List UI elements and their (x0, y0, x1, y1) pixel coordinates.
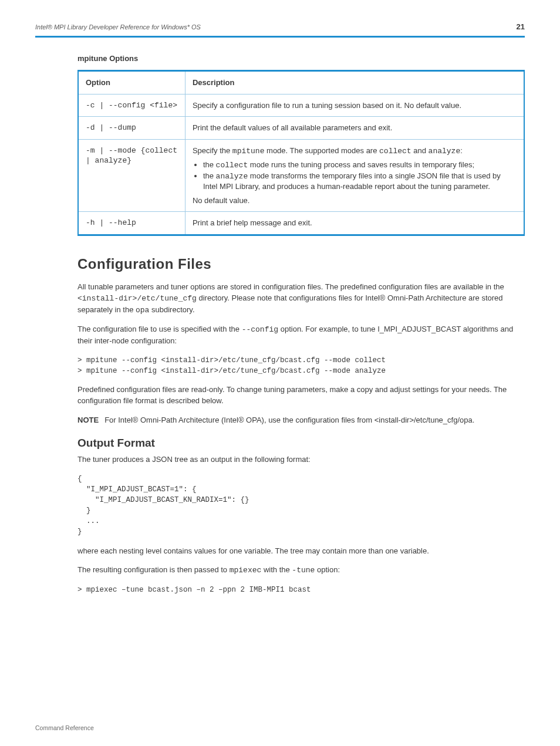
footer-text: Command Reference (35, 724, 525, 731)
option-cell: -m | --mode {collect | analyze} (78, 139, 185, 212)
table-caption: mpitune Options (77, 54, 525, 63)
table-row: -m | --mode {collect | analyze} Specify … (78, 139, 524, 212)
table-row: -c | --config <file> Specify a configura… (78, 94, 524, 117)
description-cell: Print a brief help message and exit. (185, 212, 524, 235)
option-text: -h | --help (86, 218, 136, 227)
description-cell: Specify the mpitune mode. The supported … (185, 139, 524, 212)
table-caption-strong: mpitune Options (77, 54, 138, 63)
section-heading-config-files: Configuration Files (77, 256, 525, 275)
note-block: NOTE For Intel® Omni-Path Architecture (… (77, 415, 525, 426)
option-text: -d | --dump (86, 123, 136, 132)
code-block: > mpitune --config <install-dir>/etc/tun… (77, 355, 525, 376)
note-text: For Intel® Omni-Path Architecture (Intel… (104, 415, 474, 426)
body-paragraph: The resulting configuration is then pass… (77, 565, 525, 576)
body-paragraph: Predefined configuration files are read-… (77, 384, 525, 407)
option-text: -m | --mode {collect | analyze} (86, 146, 177, 166)
body-paragraph: The configuration file to use is specifi… (77, 324, 525, 347)
option-text: -c | --config <file> (86, 101, 177, 110)
table-row: -h | --help Print a brief help message a… (78, 212, 524, 235)
table-header-row: Option Description (78, 71, 524, 94)
option-cell: -c | --config <file> (78, 94, 185, 117)
code-block: > mpiexec –tune bcast.json –n 2 –ppn 2 I… (77, 585, 525, 595)
body-paragraph: All tunable parameters and tuner options… (77, 282, 525, 316)
page-header: Intel® MPI Library Developer Reference f… (35, 22, 525, 36)
table-col-option: Option (78, 71, 185, 94)
option-cell: -d | --dump (78, 117, 185, 140)
header-title: Intel® MPI Library Developer Reference f… (35, 23, 201, 31)
description-cell: Print the default values of all availabl… (185, 117, 524, 140)
body-paragraph: where each nesting level contains values… (77, 546, 525, 557)
description-cell: Specify a configuration file to run a tu… (185, 94, 524, 117)
note-label: NOTE (77, 415, 99, 426)
options-table: Option Description -c | --config <file> … (77, 70, 525, 236)
header-page-number: 21 (517, 22, 525, 31)
code-block: { "I_MPI_ADJUST_BCAST=1": { "I_MPI_ADJUS… (77, 474, 525, 538)
section-heading-output-format: Output Format (77, 437, 525, 450)
table-row: -d | --dump Print the default values of … (78, 117, 524, 140)
list-item: the collect mode runs the tuning process… (203, 160, 517, 171)
table-col-description: Description (185, 71, 524, 94)
body-paragraph: The tuner produces a JSON tree as an out… (77, 454, 525, 465)
option-cell: -h | --help (78, 212, 185, 235)
list-item: the analyze mode transforms the temporar… (203, 171, 517, 192)
